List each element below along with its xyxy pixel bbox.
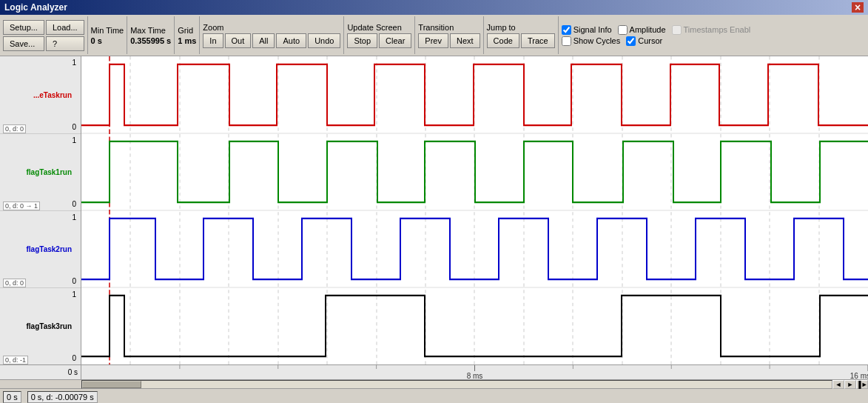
amplitude-checkbox[interactable]	[618, 25, 628, 35]
transition-group: Transition Prev Next	[418, 16, 483, 54]
time-status: 0 s	[3, 391, 21, 403]
signal-info-checkbox-label[interactable]: Signal Info	[562, 25, 612, 35]
file-group: Setup... Save... Load... ?	[3, 16, 88, 54]
cursor-checkbox[interactable]	[626, 36, 636, 46]
signal-info-3: 0, d: -1	[3, 356, 28, 364]
signal-name-2: flagTask2run	[27, 245, 77, 253]
main-area: ...eTaskrun 1 0 0, d: 0 flagTask1run 1 0…	[0, 56, 868, 364]
signal-label-0: ...eTaskrun 1 0 0, d: 0	[0, 56, 81, 133]
show-cycles-checkbox[interactable]	[562, 36, 571, 46]
timestamps-label: Timestamps Enabl	[684, 25, 751, 34]
transition-label: Transition	[418, 23, 480, 32]
max-time-value: 0.355995 s	[130, 36, 171, 45]
signal-name-1: flagTask1run	[27, 168, 77, 176]
amplitude-label: Amplitude	[630, 25, 666, 34]
signal-high-0: 1	[72, 59, 76, 67]
scroll-left-button[interactable]: ◄	[832, 380, 844, 389]
jumpto-label: Jump to	[487, 23, 555, 32]
max-time-label: Max Time	[130, 26, 171, 35]
code-button[interactable]: Code	[487, 33, 519, 48]
scroll-rightmost-button[interactable]: ▐►	[856, 380, 868, 389]
cursor-checkbox-label[interactable]: Cursor	[626, 36, 662, 46]
zoom-all-button[interactable]: All	[252, 33, 275, 48]
scrollbar-thumb[interactable]	[82, 381, 141, 388]
title-bar: Logic Analyzer ×	[0, 0, 868, 15]
waveform-svg	[81, 56, 868, 364]
zoom-auto-button[interactable]: Auto	[276, 33, 306, 48]
load-button[interactable]: Load...	[46, 20, 84, 35]
signal-info-1: 0, d: 0 → 1	[3, 202, 40, 210]
signal-low-2: 0	[72, 277, 76, 285]
zoom-out-button[interactable]: Out	[225, 33, 252, 48]
scrollbar-area: ◄ ► ▐►	[0, 379, 868, 388]
zoom-group: Zoom In Out All Auto Undo	[203, 16, 344, 54]
min-time-label: Min Time	[91, 26, 124, 35]
trace-button[interactable]: Trace	[521, 33, 555, 48]
time-axis-content: 8 ms 16 ms	[81, 365, 868, 379]
options-group: Signal Info Amplitude Timestamps Enabl S…	[562, 16, 754, 54]
signal-info-checkbox[interactable]	[562, 25, 571, 35]
jumpto-group: Jump to Code Trace	[487, 16, 559, 54]
app-title: Logic Analyzer	[4, 2, 67, 13]
signal-info-0: 0, d: 0	[3, 124, 26, 133]
next-button[interactable]: Next	[450, 33, 480, 48]
signal-labels: ...eTaskrun 1 0 0, d: 0 flagTask1run 1 0…	[0, 56, 81, 364]
close-button[interactable]: ×	[852, 2, 864, 13]
grid-label: Grid	[178, 26, 196, 35]
stop-button[interactable]: Stop	[347, 33, 377, 48]
signal-low-3: 0	[72, 354, 76, 362]
signal-label-3: flagTask3run 1 0 0, d: -1	[0, 287, 81, 364]
zoom-undo-button[interactable]: Undo	[308, 33, 340, 48]
show-cycles-label: Show Cycles	[573, 36, 621, 45]
save-button[interactable]: Save...	[3, 36, 44, 51]
cursor-label: Cursor	[638, 36, 662, 45]
svg-text:8 ms: 8 ms	[467, 372, 483, 380]
grid-value: 1 ms	[178, 36, 196, 45]
scroll-right-button[interactable]: ►	[844, 380, 856, 389]
signal-high-1: 1	[72, 136, 76, 144]
signal-high-3: 1	[72, 290, 76, 299]
setup-button[interactable]: Setup...	[3, 20, 44, 35]
scrollbar-right: ◄ ► ▐►	[832, 380, 868, 389]
time-axis-start-label: 0 s	[0, 365, 81, 379]
scrollbar-track[interactable]	[81, 380, 832, 389]
timestamps-checkbox-label[interactable]: Timestamps Enabl	[672, 25, 751, 35]
max-time-group: Max Time 0.355995 s	[130, 16, 175, 54]
time-axis-svg: 8 ms 16 ms	[81, 365, 868, 380]
zoom-in-button[interactable]: In	[203, 33, 223, 48]
signal-label-1: flagTask1run 1 0 0, d: 0 → 1	[0, 133, 81, 210]
update-screen-label: Update Screen	[347, 23, 411, 32]
svg-text:16 ms: 16 ms	[850, 372, 868, 380]
update-group: Update Screen Stop Clear	[347, 16, 415, 54]
signal-info-label: Signal Info	[573, 25, 612, 34]
grid-group: Grid 1 ms	[178, 16, 200, 54]
signal-low-0: 0	[72, 123, 76, 131]
signal-name-0: ...eTaskrun	[33, 91, 76, 99]
zoom-label: Zoom	[203, 23, 340, 32]
min-time-value: 0 s	[91, 36, 124, 45]
status-bar: 0 s 0 s, d: -0.00079 s	[0, 388, 868, 403]
signal-info-2: 0, d: 0	[3, 279, 26, 287]
prev-button[interactable]: Prev	[418, 33, 448, 48]
time-start: 0 s	[68, 368, 78, 376]
help-button[interactable]: ?	[46, 36, 84, 51]
time-group: Min Time 0 s	[91, 16, 128, 54]
signal-low-1: 0	[72, 200, 76, 208]
signal-label-2: flagTask2run 1 0 0, d: 0	[0, 210, 81, 287]
toolbar: Setup... Save... Load... ? Min Time 0 s …	[0, 15, 868, 56]
clear-button[interactable]: Clear	[379, 33, 411, 48]
signal-name-3: flagTask3run	[27, 322, 77, 330]
show-cycles-checkbox-label[interactable]: Show Cycles	[562, 36, 621, 46]
cursor-status: 0 s, d: -0.00079 s	[27, 391, 98, 403]
time-axis: 0 s 8 ms 16 ms	[0, 364, 868, 379]
waveform-area[interactable]	[81, 56, 868, 364]
timestamps-checkbox	[672, 25, 682, 35]
signal-high-2: 1	[72, 213, 76, 222]
amplitude-checkbox-label[interactable]: Amplitude	[618, 25, 666, 35]
